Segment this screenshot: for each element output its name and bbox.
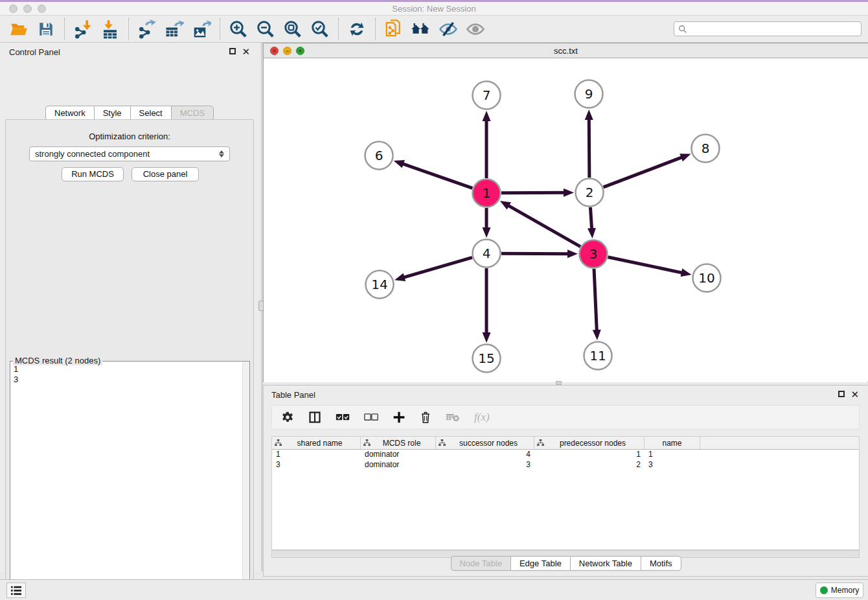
table-panel-title: Table Panel	[271, 390, 315, 400]
table-cell[interactable]: 1	[645, 450, 700, 460]
graph-node-label: 10	[698, 270, 714, 286]
table-row[interactable]: 3dominator323	[272, 460, 859, 470]
graph-edge[interactable]	[590, 207, 591, 230]
tab-style[interactable]: Style	[94, 106, 130, 121]
zoom-selected-icon[interactable]	[309, 18, 331, 40]
open-session-icon[interactable]	[8, 18, 30, 40]
graph-edge[interactable]	[608, 257, 683, 273]
table-cell[interactable]: 2	[534, 460, 645, 470]
table-cell[interactable]: 4	[436, 450, 534, 460]
tab-mcds[interactable]: MCDS	[171, 106, 214, 121]
refresh-layout-icon[interactable]	[346, 18, 368, 40]
task-history-button[interactable]	[6, 583, 26, 598]
result-scrollbar[interactable]	[242, 362, 249, 600]
import-network-icon[interactable]	[72, 18, 94, 40]
delete-table-icon[interactable]	[446, 412, 460, 422]
graph-edge-arrowhead	[394, 160, 405, 168]
column-label: MCDS role	[371, 439, 433, 448]
close-panel-button[interactable]: Close panel	[131, 167, 199, 181]
graph-edge[interactable]	[402, 163, 472, 188]
graph-edge[interactable]	[604, 157, 683, 187]
search-box[interactable]	[674, 21, 862, 36]
tab-network-table[interactable]: Network Table	[570, 556, 641, 571]
table-settings-icon[interactable]	[281, 411, 294, 424]
table-cell[interactable]: 1	[272, 450, 361, 460]
tab-node-table[interactable]: Node Table	[450, 556, 510, 571]
run-mcds-button[interactable]: Run MCDS	[62, 167, 124, 181]
memory-label: Memory	[831, 586, 859, 595]
table-cell[interactable]: 1	[534, 450, 645, 460]
memory-button[interactable]: Memory	[816, 583, 863, 598]
table-cell[interactable]: 3	[436, 460, 534, 470]
tab-edge-table[interactable]: Edge Table	[510, 556, 570, 571]
deselect-all-columns-icon[interactable]	[364, 413, 378, 422]
column-label: shared name	[282, 439, 358, 448]
float-table-panel-icon[interactable]	[838, 391, 845, 397]
export-network-icon[interactable]	[136, 18, 158, 40]
toolbar-separator	[338, 18, 339, 40]
graph-edge[interactable]	[403, 257, 472, 277]
select-all-columns-icon[interactable]	[336, 413, 350, 422]
search-input[interactable]	[691, 24, 857, 34]
table-panel: Table Panel ✕ f(x) shared nameMCDS roles…	[263, 385, 868, 577]
graph-edge[interactable]	[507, 205, 580, 246]
zoom-out-icon[interactable]	[255, 18, 277, 40]
column-header-MCDS-role[interactable]: MCDS role	[361, 437, 436, 449]
search-icon	[678, 25, 687, 34]
hide-selected-icon[interactable]	[437, 18, 459, 40]
export-table-icon[interactable]	[163, 18, 185, 40]
function-builder-icon[interactable]: f(x)	[474, 411, 490, 424]
column-tree-icon	[363, 439, 371, 446]
table-cell[interactable]: dominator	[361, 450, 436, 460]
graph-node-label: 15	[478, 351, 494, 366]
column-header-shared-name[interactable]: shared name	[272, 437, 361, 449]
float-panel-icon[interactable]	[229, 48, 236, 54]
graph-edge-arrowhead	[483, 227, 491, 238]
table-cell[interactable]: 3	[645, 460, 700, 470]
save-session-icon[interactable]	[35, 18, 57, 40]
criterion-select[interactable]: strongly connected component	[29, 146, 230, 161]
optimization-criterion-label: Optimization criterion:	[6, 132, 253, 141]
clone-network-icon[interactable]	[383, 18, 405, 40]
import-table-icon[interactable]	[99, 18, 121, 40]
select-chevrons-icon	[219, 150, 224, 157]
memory-status-icon	[820, 586, 828, 594]
graph-edge[interactable]	[594, 269, 597, 332]
column-header-name[interactable]: name	[645, 437, 700, 449]
zoom-in-icon[interactable]	[227, 18, 249, 40]
table-row[interactable]: 1dominator411	[272, 450, 859, 460]
graph-edge[interactable]	[589, 118, 589, 178]
close-panel-icon[interactable]: ✕	[242, 46, 250, 58]
graph-node-label: 2	[586, 185, 594, 200]
column-label: name	[647, 439, 697, 448]
column-tree-icon	[537, 439, 544, 446]
graph-edge[interactable]	[501, 253, 569, 254]
table-cell[interactable]: 3	[272, 460, 361, 470]
column-tree-icon	[275, 439, 282, 446]
graph-edge[interactable]	[501, 192, 565, 193]
graph-edge-arrowhead	[680, 154, 691, 161]
home-icon[interactable]	[410, 18, 432, 40]
column-header-successor-nodes[interactable]: successor nodes	[436, 437, 534, 449]
add-column-icon[interactable]	[393, 411, 405, 424]
table-body: 1dominator4113dominator323	[272, 450, 859, 470]
graph-edge-arrowhead	[483, 111, 491, 121]
column-header-predecessor-nodes[interactable]: predecessor nodes	[534, 437, 645, 449]
close-table-panel-icon[interactable]: ✕	[851, 389, 859, 400]
zoom-fit-icon[interactable]	[282, 18, 304, 40]
graph-edge-arrowhead	[394, 273, 405, 281]
tab-select[interactable]: Select	[130, 106, 171, 121]
network-canvas[interactable]: 1234678910111415	[264, 59, 867, 382]
export-image-icon[interactable]	[190, 18, 212, 40]
table-cell[interactable]: dominator	[361, 460, 436, 470]
graph-node-label: 8	[702, 141, 710, 156]
tab-network[interactable]: Network	[45, 106, 94, 121]
delete-column-icon[interactable]	[420, 411, 431, 424]
tab-motifs[interactable]: Motifs	[641, 556, 681, 571]
toggle-columns-icon[interactable]	[308, 411, 321, 424]
mcds-result-title: MCDS result (2 nodes)	[13, 356, 102, 365]
app-title: Session: New Session	[0, 4, 868, 14]
show-all-icon[interactable]	[464, 18, 486, 40]
node-table: shared nameMCDS rolesuccessor nodesprede…	[271, 436, 860, 550]
control-panel-tabs: Network Style Select MCDS	[45, 106, 214, 121]
